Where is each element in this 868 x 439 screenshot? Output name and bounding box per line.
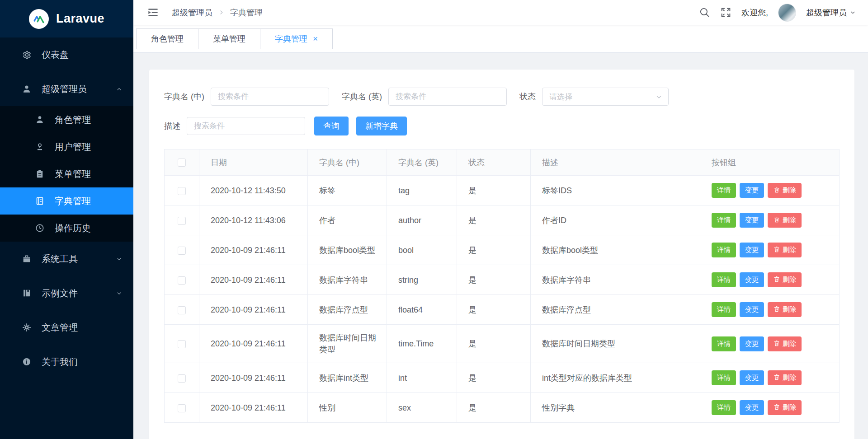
user-name-text: 超级管理员: [806, 7, 847, 18]
sidebar-item-1[interactable]: 超级管理员: [0, 72, 133, 106]
sidebar: Laravue 仪表盘超级管理员角色管理用户管理菜单管理字典管理操作历史系统工具…: [0, 0, 133, 439]
cell-name-en: bool: [387, 235, 457, 265]
delete-button[interactable]: 删除: [768, 183, 802, 198]
detail-button[interactable]: 详情: [712, 302, 736, 317]
row-checkbox[interactable]: [178, 404, 186, 412]
tab-1[interactable]: 菜单管理: [198, 28, 260, 49]
delete-button[interactable]: 删除: [768, 302, 802, 317]
sidebar-toggle-icon[interactable]: [147, 6, 159, 19]
delete-button[interactable]: 删除: [768, 213, 802, 228]
filter-input-name-en[interactable]: [388, 88, 507, 106]
change-button[interactable]: 变更: [740, 370, 764, 385]
column-header-5: 按钮组: [700, 149, 840, 176]
breadcrumb-item[interactable]: 超级管理员: [172, 7, 212, 18]
sidebar-item-1-2[interactable]: 菜单管理: [0, 160, 133, 187]
row-actions: 详情变更删除: [712, 370, 834, 385]
row-actions: 详情变更删除: [712, 183, 834, 198]
search-button[interactable]: 查询: [314, 117, 349, 135]
delete-button[interactable]: 删除: [768, 336, 802, 351]
cell-date: 2020-10-09 21:46:11: [199, 235, 308, 265]
trash-icon: [773, 305, 780, 314]
cell-desc: 数据库浮点型: [531, 295, 700, 325]
detail-button[interactable]: 详情: [712, 183, 736, 198]
action-label: 变更: [745, 403, 759, 412]
sidebar-item-label: 系统工具: [42, 253, 78, 265]
action-label: 变更: [745, 305, 759, 314]
change-button[interactable]: 变更: [740, 183, 764, 198]
trash-icon: [773, 246, 780, 254]
change-button[interactable]: 变更: [740, 213, 764, 228]
search-icon[interactable]: [699, 7, 710, 18]
row-checkbox[interactable]: [178, 374, 186, 383]
cell-name-en: int: [387, 363, 457, 393]
tab-2[interactable]: 字典管理×: [260, 28, 333, 49]
users-icon: [34, 142, 46, 152]
cell-actions: 详情变更删除: [700, 235, 840, 265]
row-checkbox[interactable]: [178, 276, 186, 285]
filter-input-name-cn[interactable]: [211, 88, 329, 106]
dictionary-icon: [34, 196, 46, 206]
table-row: 2020-10-09 21:46:11性别sex是性别字典详情变更删除: [165, 393, 840, 423]
row-checkbox[interactable]: [178, 306, 186, 314]
cell-name-en: author: [387, 205, 457, 235]
change-button[interactable]: 变更: [740, 243, 764, 257]
sidebar-item-1-0[interactable]: 角色管理: [0, 106, 133, 133]
detail-button[interactable]: 详情: [712, 243, 736, 257]
change-button[interactable]: 变更: [740, 302, 764, 317]
row-checkbox[interactable]: [178, 340, 186, 348]
tab-close-icon[interactable]: ×: [313, 34, 318, 43]
filter-select-status[interactable]: 请选择: [542, 88, 669, 106]
row-actions: 详情变更删除: [712, 213, 834, 228]
row-checkbox-cell: [165, 176, 199, 205]
row-checkbox-cell: [165, 295, 199, 325]
delete-button[interactable]: 删除: [768, 370, 802, 385]
change-button[interactable]: 变更: [740, 272, 764, 287]
cell-date: 2020-10-09 21:46:11: [199, 265, 308, 295]
table-row: 2020-10-12 11:43:50标签tag是标签IDS详情变更删除: [165, 176, 840, 205]
fullscreen-icon[interactable]: [720, 7, 731, 18]
sidebar-item-4[interactable]: 文章管理: [0, 310, 133, 345]
change-button[interactable]: 变更: [740, 400, 764, 415]
delete-button[interactable]: 删除: [768, 400, 802, 415]
detail-button[interactable]: 详情: [712, 400, 736, 415]
user-dropdown[interactable]: 超级管理员: [806, 7, 856, 18]
user-icon: [21, 84, 33, 94]
detail-button[interactable]: 详情: [712, 213, 736, 228]
sidebar-item-label: 超级管理员: [42, 83, 87, 95]
add-dictionary-button[interactable]: 新增字典: [356, 117, 407, 135]
change-button[interactable]: 变更: [740, 336, 764, 351]
sidebar-item-2[interactable]: 系统工具: [0, 242, 133, 276]
detail-button[interactable]: 详情: [712, 370, 736, 385]
sidebar-item-3[interactable]: 示例文件: [0, 276, 133, 310]
cell-desc: int类型对应的数据库类型: [531, 363, 700, 393]
delete-button[interactable]: 删除: [768, 243, 802, 257]
filter-row-1: 字典名 (中) 字典名 (英) 状态 请选择: [164, 88, 840, 106]
sidebar-item-5[interactable]: 关于我们: [0, 345, 133, 379]
sidebar-item-1-3[interactable]: 字典管理: [0, 187, 133, 215]
detail-button[interactable]: 详情: [712, 336, 736, 351]
sidebar-item-1-1[interactable]: 用户管理: [0, 133, 133, 160]
table-row: 2020-10-09 21:46:11数据库bool类型bool是数据库bool…: [165, 235, 840, 265]
delete-button[interactable]: 删除: [768, 272, 802, 287]
row-checkbox[interactable]: [178, 217, 186, 225]
tab-0[interactable]: 角色管理: [136, 28, 198, 49]
filter-input-desc[interactable]: [187, 117, 305, 135]
sidebar-item-label: 示例文件: [42, 287, 78, 299]
user-avatar[interactable]: [778, 4, 796, 22]
action-label: 变更: [745, 246, 759, 254]
cell-name-cn: 数据库int类型: [308, 363, 387, 393]
cell-actions: 详情变更删除: [700, 393, 840, 423]
cell-desc: 数据库bool类型: [531, 235, 700, 265]
detail-button[interactable]: 详情: [712, 272, 736, 287]
filter-label-desc: 描述: [164, 121, 180, 131]
select-all-checkbox[interactable]: [178, 159, 186, 167]
action-label: 删除: [783, 246, 796, 254]
sidebar-item-0[interactable]: 仪表盘: [0, 37, 133, 72]
row-checkbox[interactable]: [178, 187, 186, 195]
cell-status: 是: [457, 265, 531, 295]
table-row: 2020-10-09 21:46:11数据库时间日期类型time.Time是数据…: [165, 325, 840, 363]
sidebar-item-1-4[interactable]: 操作历史: [0, 215, 133, 242]
brand[interactable]: Laravue: [0, 0, 133, 37]
row-checkbox[interactable]: [178, 247, 186, 255]
action-label: 变更: [745, 340, 759, 348]
